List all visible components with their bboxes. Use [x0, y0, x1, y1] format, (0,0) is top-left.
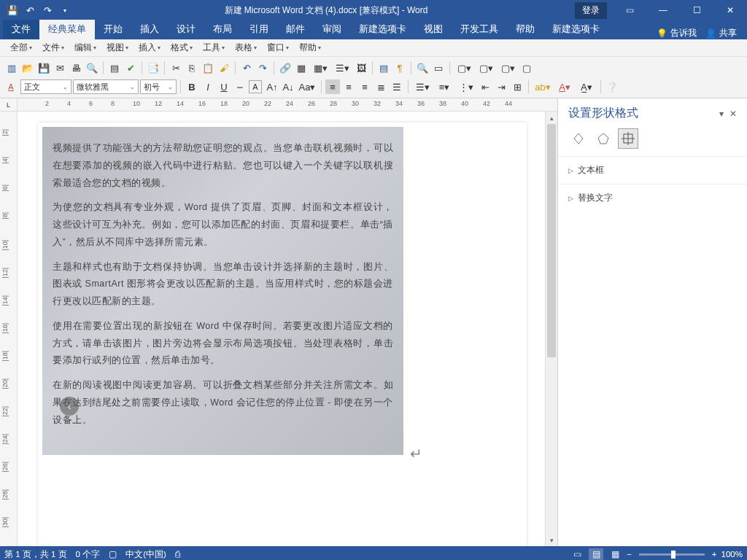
drawing-icon[interactable]: ▭ — [431, 61, 446, 75]
document-canvas[interactable]: 视频提供了功能强大的方法帮助您证明您的观点。当您单击联机视频时，可以在想要添加的… — [18, 112, 545, 546]
email-icon[interactable]: ✉ — [53, 61, 67, 75]
menu-view[interactable]: 视图▾ — [102, 40, 133, 55]
undo-icon[interactable]: ↶ — [239, 61, 254, 75]
tab-newtab2[interactable]: 新建选项卡 — [543, 20, 608, 39]
nav-prev-icon[interactable]: ‹ — [60, 397, 79, 416]
print-layout-icon[interactable]: ▤ — [589, 548, 603, 560]
outdent-icon[interactable]: ⇤ — [478, 79, 492, 94]
tab-design[interactable]: 设计 — [168, 20, 204, 39]
tables-dropdown-icon[interactable]: ▦▾ — [310, 61, 330, 75]
show-marks-icon[interactable]: ¶ — [392, 61, 407, 75]
tab-newtab1[interactable]: 新建选项卡 — [350, 20, 415, 39]
menu-tools[interactable]: 工具▾ — [198, 40, 229, 55]
redo-icon[interactable]: ↷ — [255, 61, 270, 75]
document-map-icon[interactable]: ▤ — [376, 61, 391, 75]
close-icon[interactable]: ✕ — [713, 0, 747, 20]
indent-icon[interactable]: ⇥ — [494, 79, 508, 94]
highlight-icon[interactable]: ab▾ — [533, 79, 553, 94]
borders-icon[interactable]: ⊞ — [510, 79, 525, 94]
underline-icon[interactable]: U — [217, 79, 231, 94]
help-icon[interactable]: ❔ — [605, 79, 619, 94]
strikethrough-icon[interactable]: ⎼ — [233, 79, 247, 94]
read-mode-icon[interactable]: ▭ — [570, 548, 584, 560]
bullets-icon[interactable]: ⋮▾ — [456, 79, 476, 94]
distributed-icon[interactable]: ☰ — [390, 79, 404, 94]
zoom-out-button[interactable]: − — [627, 550, 632, 559]
tab-insert[interactable]: 插入 — [131, 20, 168, 39]
menu-edit[interactable]: 编辑▾ — [70, 40, 101, 55]
menu-table[interactable]: 表格▾ — [231, 40, 261, 55]
word-count[interactable]: 0 个字 — [76, 549, 101, 560]
columns-icon[interactable]: ☰▾ — [332, 61, 352, 75]
blank4-icon[interactable]: ▢ — [519, 61, 534, 75]
layout-properties-icon[interactable] — [618, 128, 638, 149]
scroll-thumb[interactable] — [547, 124, 556, 357]
pane-close-icon[interactable]: ✕ — [729, 109, 737, 119]
tab-mailings[interactable]: 邮件 — [277, 20, 314, 39]
language-indicator[interactable]: 中文(中国) — [125, 549, 166, 560]
page-indicator[interactable]: 第 1 页，共 1 页 — [4, 549, 67, 560]
inserted-image[interactable]: 视频提供了功能强大的方法帮助您证明您的观点。当您单击联机视频时，可以在想要添加的… — [42, 127, 403, 455]
scroll-down-icon[interactable]: ▾ — [546, 534, 557, 546]
paste-icon[interactable]: 📋 — [201, 61, 215, 75]
zoom-icon[interactable]: 🔍 — [415, 61, 430, 75]
print-icon[interactable]: 🖶 — [69, 61, 83, 75]
tab-classic-menu[interactable]: 经典菜单 — [39, 20, 95, 39]
zoom-thumb[interactable] — [671, 551, 676, 559]
hyperlink-icon[interactable]: 🔗 — [278, 61, 293, 75]
tab-help[interactable]: 帮助 — [507, 20, 543, 39]
menu-help[interactable]: 帮助▾ — [295, 40, 325, 55]
tab-layout[interactable]: 布局 — [204, 20, 241, 39]
ribbon-display-icon[interactable]: ▭ — [613, 0, 646, 20]
zoom-slider[interactable] — [639, 553, 705, 556]
save-icon[interactable]: 💾 — [4, 2, 20, 18]
vertical-ruler[interactable]: |2||4||6||8||10||12||14||16||18||20||22|… — [0, 112, 18, 546]
copy-icon[interactable]: ⎘ — [185, 61, 199, 75]
blank1-icon[interactable]: ▢▾ — [454, 61, 474, 75]
zoom-level[interactable]: 100% — [721, 550, 743, 559]
change-case-icon[interactable]: Aa▾ — [297, 79, 317, 94]
shrink-font-icon[interactable]: A↓ — [281, 79, 295, 94]
menu-window[interactable]: 窗口▾ — [263, 40, 293, 55]
spellcheck-status-icon[interactable]: ▢ — [109, 549, 117, 559]
picture-icon[interactable]: 🖼 — [354, 61, 368, 75]
align-left-icon[interactable]: ≡ — [325, 79, 340, 94]
format-painter-icon[interactable]: 🖌 — [217, 61, 231, 75]
tab-home[interactable]: 开始 — [95, 20, 131, 39]
grow-font-icon[interactable]: A↑ — [265, 79, 279, 94]
font-color-icon[interactable]: A▾ — [554, 79, 575, 94]
save-icon[interactable]: 💾 — [36, 61, 51, 75]
print-preview-icon[interactable]: 🔍 — [85, 61, 99, 75]
open-icon[interactable]: 📂 — [20, 61, 35, 75]
tab-references[interactable]: 引用 — [241, 20, 277, 39]
web-layout-icon[interactable]: ▦ — [608, 548, 622, 560]
section-alttext[interactable]: ▷替换文字 — [568, 189, 737, 207]
tab-review[interactable]: 审阅 — [314, 20, 350, 39]
horizontal-ruler[interactable]: 2468101214161820222426283032343638404244 — [18, 98, 557, 112]
table-icon[interactable]: ▦ — [294, 61, 309, 75]
scroll-track[interactable] — [546, 124, 557, 534]
blank2-icon[interactable]: ▢▾ — [476, 61, 496, 75]
align-right-icon[interactable]: ≡ — [357, 79, 372, 94]
tell-me-button[interactable]: 💡告诉我 — [657, 27, 697, 39]
undo-icon[interactable]: ↶ — [22, 2, 38, 18]
char-scaling-icon[interactable]: A̲▾ — [576, 79, 597, 94]
redo-icon[interactable]: ↷ — [39, 2, 55, 18]
spellcheck-icon[interactable]: ✔ — [123, 61, 138, 75]
tab-view[interactable]: 视图 — [415, 20, 452, 39]
scroll-up-icon[interactable]: ▴ — [546, 112, 557, 124]
minimize-icon[interactable]: — — [646, 0, 680, 20]
menu-insert[interactable]: 插入▾ — [134, 40, 165, 55]
ruler-corner[interactable]: L — [0, 98, 18, 112]
effects-icon[interactable] — [593, 128, 614, 149]
menu-all[interactable]: 全部▾ — [6, 40, 36, 55]
justify-icon[interactable]: ≣ — [374, 79, 388, 94]
tab-developer[interactable]: 开发工具 — [452, 20, 507, 39]
char-border-icon[interactable]: A — [249, 80, 262, 93]
blank3-icon[interactable]: ▢▾ — [498, 61, 518, 75]
login-button[interactable]: 登录 — [575, 2, 607, 19]
numbering-icon[interactable]: ≡▾ — [434, 79, 454, 94]
insert-mode-icon[interactable]: ⎙ — [175, 550, 180, 559]
new-icon[interactable]: ▥ — [4, 61, 19, 75]
align-center-icon[interactable]: ≡ — [341, 79, 356, 94]
